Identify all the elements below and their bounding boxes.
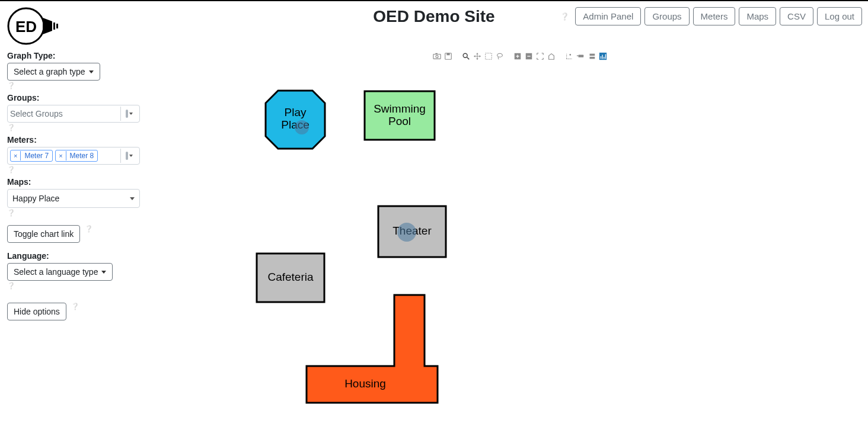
svg-text:ED: ED [15, 18, 37, 36]
svg-point-5 [436, 55, 438, 57]
svg-rect-3 [56, 24, 58, 28]
hide-options-button[interactable]: Hide options [7, 303, 66, 320]
zoom-in-icon[interactable] [513, 52, 522, 60]
help-icon[interactable]: ❔ [7, 124, 141, 131]
svg-rect-8 [446, 53, 449, 56]
graph-type-label: Graph Type: [7, 51, 141, 60]
help-icon[interactable]: ❔ [71, 303, 79, 310]
box-select-icon[interactable] [484, 52, 493, 60]
building-label: Cafeteria [267, 271, 314, 283]
meter-tag: ×Meter 7 [10, 150, 53, 162]
svg-rect-6 [435, 53, 438, 54]
zoom-icon[interactable] [462, 52, 470, 60]
svg-rect-23 [579, 54, 584, 57]
svg-rect-24 [590, 54, 595, 56]
maps-label: Maps: [7, 177, 141, 187]
svg-point-22 [569, 54, 571, 56]
reset-axes-icon[interactable] [547, 52, 556, 60]
hover-icon[interactable] [576, 52, 585, 60]
svg-text:Pool: Pool [388, 115, 411, 127]
svg-rect-2 [53, 23, 55, 30]
camera-icon[interactable] [433, 52, 441, 60]
meters-label: Meters: [7, 135, 141, 145]
building-label: Housing [344, 377, 386, 390]
nav-admin-panel[interactable]: Admin Panel [575, 7, 641, 25]
svg-point-14 [497, 53, 503, 57]
lasso-icon[interactable] [496, 52, 504, 60]
zoom-out-icon[interactable] [525, 52, 533, 60]
building-label: Play [285, 106, 307, 118]
graph-type-dropdown[interactable]: Select a graph type [7, 63, 100, 81]
groups-multiselect[interactable]: Select Groups [7, 105, 140, 123]
svg-rect-13 [486, 53, 492, 60]
data-point[interactable] [397, 223, 416, 242]
plotly-icon[interactable] [599, 52, 607, 60]
chevron-down-icon [101, 271, 106, 274]
spike-icon[interactable] [565, 52, 573, 60]
nav-logout[interactable]: Log out [817, 7, 862, 25]
svg-rect-25 [590, 57, 595, 59]
save-icon[interactable] [444, 52, 452, 60]
nav-groups[interactable]: Groups [644, 7, 689, 25]
nav-maps[interactable]: Maps [739, 7, 776, 25]
language-label: Language: [7, 251, 141, 261]
help-icon[interactable]: ❔ [85, 225, 93, 233]
nav-meters[interactable]: Meters [693, 7, 736, 25]
language-dropdown[interactable]: Select a language type [7, 263, 113, 281]
autoscale-icon[interactable] [536, 52, 544, 60]
help-icon[interactable]: ❔ [7, 282, 141, 290]
groups-label: Groups: [7, 93, 141, 102]
meter-tag: ×Meter 8 [55, 150, 98, 162]
plotly-toolbar [433, 52, 607, 60]
building-map[interactable]: Play Place Swimming Pool Theater Cafeter… [200, 65, 615, 432]
help-icon[interactable]: ❔ [7, 209, 141, 217]
chevron-down-icon [129, 113, 133, 115]
chevron-down-icon [129, 155, 133, 157]
pan-icon[interactable] [473, 52, 481, 60]
nav-csv[interactable]: CSV [780, 7, 813, 25]
chevron-down-icon [130, 197, 135, 200]
remove-tag-icon[interactable]: × [56, 151, 66, 161]
maps-select[interactable]: Happy Place [7, 189, 140, 208]
data-point[interactable] [295, 120, 309, 134]
building-label: Swimming [374, 102, 426, 115]
toggle-chart-link-button[interactable]: Toggle chart link [7, 225, 80, 243]
help-icon[interactable]: ❔ [7, 166, 141, 174]
help-icon[interactable]: ❔ [560, 12, 569, 21]
compare-icon[interactable] [588, 52, 596, 60]
chevron-down-icon [89, 70, 94, 73]
remove-tag-icon[interactable]: × [11, 151, 21, 161]
svg-line-10 [467, 57, 470, 60]
svg-rect-4 [433, 54, 441, 59]
oed-logo[interactable]: ED [6, 5, 65, 47]
svg-point-9 [463, 53, 467, 57]
help-icon[interactable]: ❔ [7, 82, 141, 89]
meters-multiselect[interactable]: ×Meter 7 ×Meter 8 [7, 147, 140, 165]
